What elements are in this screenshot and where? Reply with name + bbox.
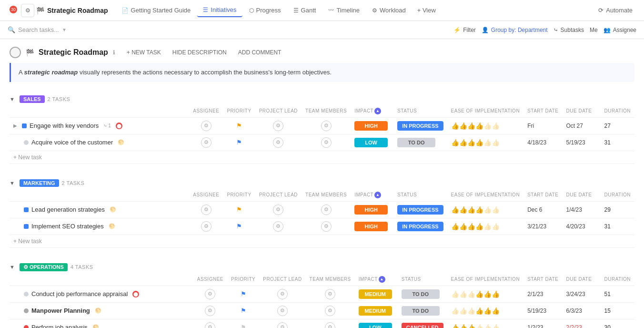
status-badge[interactable]: IN PROGRESS bbox=[397, 222, 443, 231]
project-lead-avatar[interactable]: ⚙ bbox=[273, 137, 283, 148]
impact-sort-button[interactable]: IMPACT ▲ bbox=[354, 108, 381, 114]
team-avatar[interactable]: ⚙ bbox=[321, 205, 332, 215]
assignee-avatar[interactable]: ⚙ bbox=[205, 322, 215, 328]
team-avatar[interactable]: ⚙ bbox=[321, 137, 332, 148]
filter-button[interactable]: ⚡ Filter bbox=[453, 27, 476, 33]
hamburger-menu[interactable]: ☰ 30 bbox=[6, 4, 19, 17]
new-task-label[interactable]: + New task bbox=[10, 235, 634, 247]
task-name[interactable]: Perform job analysis bbox=[31, 324, 88, 328]
assignee-avatar[interactable]: ⚙ bbox=[201, 221, 211, 232]
tab-progress[interactable]: ⬡ Progress bbox=[243, 4, 287, 17]
start-date-cell: 2/1/23 bbox=[523, 286, 562, 302]
project-lead-avatar[interactable]: ⚙ bbox=[277, 289, 288, 299]
team-avatar[interactable]: ⚙ bbox=[321, 121, 332, 131]
duration-cell: 31 bbox=[601, 218, 634, 235]
impact-sort-button[interactable]: IMPACT ▲ bbox=[354, 192, 381, 198]
priority-flag[interactable]: ⚑ bbox=[241, 290, 246, 297]
impact-badge[interactable]: LOW bbox=[359, 323, 392, 328]
impact-sort-button[interactable]: IMPACT ▲ bbox=[359, 276, 385, 283]
tab-gantt-label: Gantt bbox=[301, 7, 316, 14]
new-task-label[interactable]: + New task bbox=[10, 151, 634, 164]
info-icon[interactable]: ℹ bbox=[113, 49, 115, 56]
duration-value: 51 bbox=[604, 291, 611, 297]
project-lead-avatar[interactable]: ⚙ bbox=[273, 205, 283, 215]
status-badge[interactable]: TO DO bbox=[402, 289, 440, 299]
priority-flag[interactable]: ⚑ bbox=[241, 324, 246, 328]
sales-toggle[interactable]: ▼ bbox=[10, 96, 15, 102]
project-lead-avatar[interactable]: ⚙ bbox=[273, 121, 283, 131]
project-lead-avatar[interactable]: ⚙ bbox=[277, 322, 288, 328]
priority-flag[interactable]: ⚑ bbox=[236, 122, 242, 129]
priority-cell: ⚑ bbox=[227, 286, 259, 302]
subtasks-label: Subtasks bbox=[561, 27, 584, 33]
due-date-cell: 2/2/23 bbox=[563, 319, 601, 328]
team-cell: ⚙ bbox=[302, 201, 351, 218]
impact-badge[interactable]: MEDIUM bbox=[359, 306, 392, 316]
new-task-row[interactable]: + New task bbox=[10, 235, 634, 247]
search-input-wrap[interactable]: 🔍 Search tasks... ▼ bbox=[8, 26, 450, 33]
status-badge[interactable]: TO DO bbox=[397, 138, 435, 147]
impact-cell: LOW bbox=[355, 319, 398, 328]
project-complete-circle[interactable] bbox=[10, 47, 21, 58]
status-badge[interactable]: CANCELLED bbox=[402, 323, 443, 328]
add-view-button[interactable]: + View bbox=[413, 4, 441, 17]
tab-workload[interactable]: ⚙ Workload bbox=[366, 4, 412, 17]
priority-flag[interactable]: ⚑ bbox=[236, 223, 242, 230]
task-name[interactable]: Implement SEO strategies bbox=[31, 223, 104, 230]
description-box: A strategic roadmap visually represents … bbox=[10, 63, 634, 82]
team-avatar[interactable]: ⚙ bbox=[325, 306, 335, 316]
thumbs-rating: 👍👍👍👍👍👍 bbox=[451, 290, 500, 298]
row-expand-arrow[interactable]: ▶ bbox=[13, 123, 17, 128]
automate-label: Automate bbox=[606, 7, 633, 14]
tab-initiatives[interactable]: ☰ Initiatives bbox=[197, 3, 242, 17]
col-due: DUE DATE bbox=[563, 273, 601, 286]
automate-button[interactable]: ⟳ Automate bbox=[593, 4, 638, 16]
assignee-avatar[interactable]: ⚙ bbox=[201, 121, 211, 131]
priority-flag[interactable]: ⚑ bbox=[241, 307, 246, 314]
impact-badge[interactable]: LOW bbox=[354, 138, 388, 147]
new-task-button[interactable]: + NEW TASK bbox=[124, 48, 164, 57]
tab-getting-started[interactable]: 📄 Getting Started Guide bbox=[116, 4, 197, 17]
assignee-avatar[interactable]: ⚙ bbox=[201, 205, 211, 215]
tab-initiatives-icon: ☰ bbox=[203, 7, 208, 13]
task-name[interactable]: Lead generation strategies bbox=[31, 206, 105, 213]
sales-task-count: 2 TASKS bbox=[48, 96, 70, 102]
impact-badge[interactable]: MEDIUM bbox=[359, 289, 392, 299]
priority-flag[interactable]: ⚑ bbox=[236, 206, 242, 213]
add-comment-button[interactable]: ADD COMMENT bbox=[235, 48, 284, 57]
tab-timeline[interactable]: 〰 Timeline bbox=[322, 4, 365, 17]
tab-gantt[interactable]: ☰ Gantt bbox=[288, 4, 322, 17]
status-badge[interactable]: TO DO bbox=[402, 306, 440, 316]
task-name[interactable]: Acquire voice of the customer bbox=[31, 139, 113, 146]
team-avatar[interactable]: ⚙ bbox=[325, 322, 335, 328]
impact-badge[interactable]: HIGH bbox=[354, 205, 388, 215]
assignee-avatar[interactable]: ⚙ bbox=[205, 289, 215, 299]
new-task-row[interactable]: + New task bbox=[10, 151, 634, 164]
operations-toggle[interactable]: ▼ bbox=[10, 264, 15, 270]
task-name[interactable]: Conduct job performance appraisal bbox=[31, 290, 128, 297]
assignee-button[interactable]: 👥 Assignee bbox=[604, 27, 636, 33]
marketing-toggle[interactable]: ▼ bbox=[10, 180, 15, 186]
priority-flag[interactable]: ⚑ bbox=[236, 139, 242, 146]
task-name[interactable]: Engage with key vendors bbox=[30, 122, 99, 129]
me-button[interactable]: Me bbox=[590, 27, 598, 33]
assignee-avatar[interactable]: ⚙ bbox=[205, 306, 215, 316]
task-name-cell: Manpower Planning 🌕 bbox=[10, 302, 193, 319]
task-name[interactable]: Manpower Planning bbox=[31, 307, 90, 314]
group-by-button[interactable]: 👤 Group by: Department bbox=[482, 27, 548, 33]
assignee-avatar[interactable]: ⚙ bbox=[201, 137, 211, 148]
project-lead-avatar[interactable]: ⚙ bbox=[273, 221, 283, 232]
col-impact: IMPACT ▲ bbox=[351, 105, 393, 118]
project-lead-avatar[interactable]: ⚙ bbox=[277, 306, 288, 316]
impact-cell: HIGH bbox=[351, 117, 393, 134]
impact-badge[interactable]: HIGH bbox=[354, 222, 388, 231]
team-avatar[interactable]: ⚙ bbox=[325, 289, 335, 299]
team-avatar[interactable]: ⚙ bbox=[321, 221, 332, 232]
impact-badge[interactable]: HIGH bbox=[354, 121, 388, 131]
hide-description-button[interactable]: HIDE DESCRIPTION bbox=[170, 48, 230, 57]
subtasks-button[interactable]: ⤷ Subtasks bbox=[553, 27, 584, 33]
team-cell: ⚙ bbox=[302, 134, 351, 151]
status-badge[interactable]: IN PROGRESS bbox=[397, 121, 443, 131]
settings-icon[interactable]: ⚙ bbox=[21, 4, 34, 17]
status-badge[interactable]: IN PROGRESS bbox=[397, 205, 443, 215]
